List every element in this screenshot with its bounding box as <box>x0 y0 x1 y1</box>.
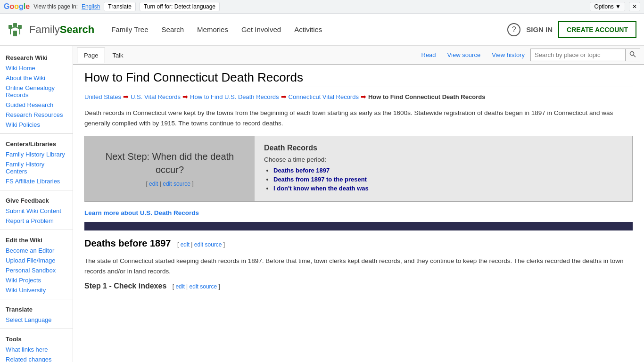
nav-memories[interactable]: Memories <box>191 22 234 37</box>
breadcrumb-current: How to Find Connecticut Death Records <box>368 93 485 100</box>
nav-family-tree[interactable]: Family Tree <box>106 22 154 37</box>
search-button[interactable] <box>625 49 640 61</box>
section-divider <box>84 222 633 230</box>
content-area: Research Wiki Wiki Home About the Wiki O… <box>0 46 644 362</box>
familysearch-logo-icon <box>8 20 26 39</box>
translate-button[interactable]: Translate <box>104 2 136 11</box>
sidebar-item-guided-research[interactable]: Guided Research <box>0 100 73 110</box>
section1-edit-link[interactable]: edit <box>181 241 190 248</box>
sidebar-divider-5 <box>0 329 73 329</box>
sidebar-section-centers: Centers/Libraries <box>0 138 73 149</box>
article-title: How to Find Connecticut Death Records <box>84 70 633 87</box>
sidebar-item-become-editor[interactable]: Become an Editor <box>0 246 73 255</box>
learn-more-link[interactable]: Learn more about U.S. Death Records <box>84 209 199 216</box>
close-translate-button[interactable]: ✕ <box>629 2 640 11</box>
section1-body: The state of Connecticut started keeping… <box>84 256 633 276</box>
info-box-left-main-text: Next Step: When did the death occur? <box>94 150 245 176</box>
sidebar-item-wiki-policies[interactable]: Wiki Policies <box>0 120 73 130</box>
logo-area[interactable]: FamilySearch <box>8 20 94 39</box>
sidebar-item-upload-file[interactable]: Upload File/Image <box>0 255 73 265</box>
sidebar-item-fs-affiliate[interactable]: FS Affiliate Libraries <box>0 176 73 186</box>
tab-read[interactable]: Read <box>416 48 442 62</box>
breadcrumb-arrow-1: ➡ <box>123 93 129 100</box>
section2-heading: Step 1 - Check indexes [ edit | edit sou… <box>84 282 633 290</box>
tab-view-history[interactable]: View history <box>486 48 530 62</box>
sidebar-item-wiki-university[interactable]: Wiki University <box>0 285 73 295</box>
sidebar-item-online-genealogy[interactable]: Online Genealogy Records <box>0 83 73 100</box>
sidebar-item-wiki-home[interactable]: Wiki Home <box>0 63 73 73</box>
page-tabs: Page Talk Read View source View history <box>73 46 644 65</box>
main-content: Page Talk Read View source View history <box>73 46 644 362</box>
sidebar-item-personal-sandbox[interactable]: Personal Sandbox <box>0 265 73 275</box>
sidebar-divider-3 <box>0 230 73 230</box>
sidebar-section-research-wiki: Research Wiki <box>0 51 73 63</box>
breadcrumb-arrow-2: ➡ <box>182 93 188 100</box>
section1-heading: Deaths before 1897 [ edit | edit source … <box>84 238 633 251</box>
nav-get-involved[interactable]: Get Involved <box>236 22 287 37</box>
info-box-right-title: Death Records <box>264 144 623 152</box>
sidebar-item-family-history-centers[interactable]: Family History Centers <box>0 159 73 176</box>
sidebar-item-wiki-projects[interactable]: Wiki Projects <box>0 275 73 285</box>
info-box-edit-link[interactable]: edit <box>149 181 158 187</box>
breadcrumb-link-3[interactable]: How to Find U.S. Death Records <box>190 93 279 100</box>
header-right: ? SIGN IN CREATE ACCOUNT <box>507 21 636 38</box>
info-box: Next Step: When did the death occur? [ e… <box>84 136 633 202</box>
logo-text: FamilySearch <box>29 24 94 36</box>
language-link[interactable]: English <box>82 3 100 10</box>
svg-line-9 <box>634 55 636 58</box>
sidebar-section-translate: Translate <box>0 303 73 315</box>
tab-search-box <box>530 49 640 61</box>
help-icon[interactable]: ? <box>507 23 520 36</box>
tab-view-source[interactable]: View source <box>442 48 487 62</box>
main-header: FamilySearch Family Tree Search Memories… <box>0 14 644 46</box>
breadcrumb-link-4[interactable]: Connecticut Vital Records <box>289 93 359 100</box>
sidebar-section-edit: Edit the Wiki <box>0 234 73 246</box>
sidebar-item-select-language[interactable]: Select Language <box>0 315 73 325</box>
tab-page[interactable]: Page <box>77 48 105 63</box>
sidebar-item-what-links-here[interactable]: What links here <box>0 345 73 354</box>
info-box-links-list: Deaths before 1897 Deaths from 1897 to t… <box>264 167 623 192</box>
svg-point-8 <box>630 52 634 56</box>
sidebar-item-submit-wiki[interactable]: Submit Wiki Content <box>0 206 73 216</box>
sidebar-item-related-changes[interactable]: Related changes <box>0 354 73 362</box>
translate-prefix: View this page in: <box>33 3 78 10</box>
nav-search[interactable]: Search <box>156 22 190 37</box>
section2-edit-links: [ edit | edit source ] <box>173 283 220 290</box>
sidebar-divider-2 <box>0 190 73 190</box>
info-box-edit-source-link[interactable]: edit source <box>163 181 190 187</box>
info-box-left-content: Next Step: When did the death occur? [ e… <box>94 150 245 188</box>
breadcrumb-arrow-3: ➡ <box>281 93 287 100</box>
sidebar-item-research-resources[interactable]: Research Resources <box>0 110 73 120</box>
main-nav: Family Tree Search Memories Get Involved… <box>106 22 328 37</box>
translate-bar: Google View this page in: English Transl… <box>0 0 644 14</box>
info-box-link-1[interactable]: Deaths before 1897 <box>273 167 330 174</box>
svg-rect-5 <box>13 31 17 36</box>
info-box-right: Death Records Choose a time period: Deat… <box>255 136 632 201</box>
sidebar-item-about-wiki[interactable]: About the Wiki <box>0 73 73 83</box>
sidebar-item-report-problem[interactable]: Report a Problem <box>0 216 73 226</box>
sidebar-divider-4 <box>0 299 73 299</box>
search-icon <box>629 51 636 58</box>
section2-edit-source-link[interactable]: edit source <box>190 283 217 290</box>
info-box-link-2[interactable]: Deaths from 1897 to the present <box>273 176 367 183</box>
turnoff-button[interactable]: Turn off for: Detect language <box>140 2 220 11</box>
tab-talk[interactable]: Talk <box>105 48 130 63</box>
sign-in-button[interactable]: SIGN IN <box>526 25 553 33</box>
sidebar-section-feedback: Give Feedback <box>0 194 73 206</box>
tab-actions: Read View source View history <box>416 46 641 64</box>
sidebar-item-family-history-library[interactable]: Family History Library <box>0 149 73 159</box>
search-input[interactable] <box>531 49 625 60</box>
info-box-link-item-3: I don't know when the death was <box>273 185 623 192</box>
breadcrumb-link-2[interactable]: U.S. Vital Records <box>131 93 181 100</box>
breadcrumb-link-1[interactable]: United States <box>84 93 121 100</box>
section1-edit-source-link[interactable]: edit source <box>194 241 222 248</box>
info-box-link-3[interactable]: I don't know when the death was <box>273 185 369 192</box>
intro-text: Death records in Connecticut were kept b… <box>84 108 633 128</box>
options-button[interactable]: Options ▼ <box>590 2 625 11</box>
nav-activities[interactable]: Activities <box>289 22 328 37</box>
sidebar-divider-1 <box>0 133 73 134</box>
info-box-left: Next Step: When did the death occur? [ e… <box>85 136 255 201</box>
create-account-button[interactable]: CREATE ACCOUNT <box>558 21 636 38</box>
svg-rect-1 <box>13 23 17 27</box>
section2-edit-link[interactable]: edit <box>175 283 184 290</box>
